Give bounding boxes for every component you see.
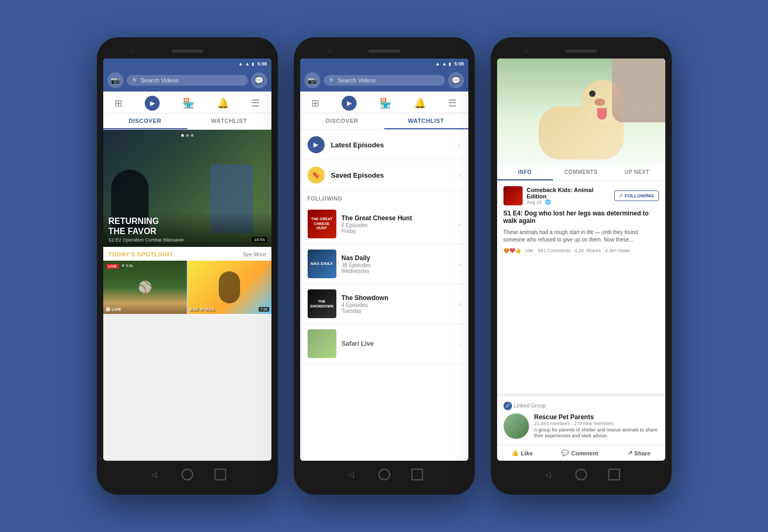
tab-bell-1[interactable]: 🔔: [217, 97, 229, 109]
camera-button-2[interactable]: 📷: [304, 72, 320, 88]
latest-icon: ▶: [308, 136, 325, 153]
tab-menu-1[interactable]: ☰: [251, 97, 260, 109]
bae-figure: [193, 266, 266, 309]
show-info-nas: Nas Daily 38 Episodes Wednesday: [342, 254, 453, 274]
see-more-btn-1[interactable]: See More: [243, 252, 266, 257]
front-camera-2: [327, 48, 332, 54]
signal-icon-2: ▲: [442, 61, 447, 66]
home-btn-1[interactable]: [181, 469, 193, 480]
time-2: 5:08: [454, 61, 464, 66]
search-bar-1[interactable]: 🔍 Search Videos: [127, 75, 248, 86]
tab-icons-1: ⊞ ▶ 🏪 🔔 ☰: [103, 92, 271, 113]
discover-tab-2[interactable]: DISCOVER: [300, 113, 384, 129]
episode-desc-3: These animals had a rough start in life …: [503, 229, 659, 244]
comment-label-3: Comment: [571, 450, 598, 456]
camera-button-1[interactable]: 📷: [108, 72, 123, 88]
show-item-showdowns[interactable]: THE SHOWDOWN The Showdown 4 Episodes Tue…: [300, 284, 468, 324]
show-episodes-showdowns: 4 Episodes: [342, 302, 453, 308]
bae-person: [219, 271, 240, 303]
wifi-icon-2: ▲: [435, 61, 440, 66]
show-name-3: Comeback Kids: Animal Edition: [527, 187, 610, 200]
store-icon-2: 🏪: [379, 97, 391, 109]
top-nav-1: 📷 🔍 Search Videos 💬: [103, 69, 271, 92]
info-tab-upnext[interactable]: UP NEXT: [609, 165, 665, 180]
tab-grid-2[interactable]: ⊞: [311, 97, 319, 109]
saved-episodes-item[interactable]: 🔖 Saved Episodes ›: [300, 160, 468, 190]
watchlist-tab-2[interactable]: WATCHLIST: [384, 113, 468, 129]
back-btn-1[interactable]: ◁: [148, 469, 160, 480]
mlb-logo: ⚾ LIVE: [105, 307, 121, 312]
share-action-btn[interactable]: ↗ Share: [627, 450, 651, 456]
live-badge-1: LIVE: [106, 264, 119, 269]
like-icon-3: 👍: [511, 450, 519, 456]
video-thumb-bae[interactable]: BAE or BAIL 7:28: [188, 261, 271, 314]
show-item-nas[interactable]: NAS DAILY Nas Daily 38 Episodes Wednesda…: [300, 244, 468, 284]
comment-count-3: 881 Comments: [538, 248, 571, 253]
views-badge-1: 👁 5.5k: [121, 264, 133, 268]
tab-store-1[interactable]: 🏪: [183, 97, 194, 109]
tab-play-2[interactable]: ▶: [342, 96, 357, 111]
show-thumb-cheese-img: THE GREAT CHEESE HUNT: [308, 210, 336, 238]
tab-play-1[interactable]: ▶: [145, 96, 160, 111]
discover-tab-1[interactable]: DISCOVER: [103, 113, 187, 129]
dog-tongue: [597, 108, 607, 120]
group-card-3: Rescue Pet Parents 21,493 members · 279 …: [503, 413, 659, 439]
sub-tabs-2: DISCOVER WATCHLIST: [300, 113, 468, 130]
watchlist-tab-1[interactable]: WATCHLIST: [187, 113, 271, 129]
action-bar-3: 👍 Like 💬 Comment ↗ Share: [497, 445, 665, 461]
messenger-button-2[interactable]: 💬: [448, 72, 464, 88]
safari-chevron: ›: [458, 339, 461, 348]
show-thumb-cheese-wrap: THE GREAT CHEESE HUNT: [308, 210, 336, 238]
screen-1: ▲ ▲ ▮ 5:08 📷 🔍 Search Videos 💬 ⊞ ▶ 🏪: [103, 59, 271, 461]
info-tab-info[interactable]: INFO: [497, 165, 553, 180]
latest-episodes-item[interactable]: ▶ Latest Episodes ›: [300, 130, 468, 160]
saved-title: Saved Episodes: [331, 171, 452, 179]
front-camera-1: [130, 48, 135, 54]
back-btn-3[interactable]: ◁: [542, 469, 554, 480]
speaker-1: [171, 49, 203, 53]
screen-3: INFO COMMENTS UP NEXT Comeback Kids: Ani…: [497, 59, 665, 461]
like-action-btn[interactable]: 👍 Like: [511, 450, 533, 456]
phone-bottom-1: ◁: [103, 461, 271, 488]
hero-video-1[interactable]: RETURNING THE FAVOR S1:E2 Operation Comb…: [103, 130, 271, 247]
info-tabs-3: INFO COMMENTS UP NEXT: [497, 165, 665, 181]
tab-grid-1[interactable]: ⊞: [114, 97, 122, 109]
grid-icon-2: ⊞: [311, 97, 319, 109]
video-thumb-baseball[interactable]: ⚾ LIVE 👁 5.5k ⚾ LIVE: [103, 261, 187, 314]
group-info-3: Rescue Pet Parents 21,493 members · 279 …: [534, 413, 659, 439]
show-title-nas: Nas Daily: [342, 254, 453, 262]
follow-btn-3[interactable]: ✓ FOLLOWING: [614, 190, 659, 201]
bae-label: BAE or BAIL: [190, 307, 216, 312]
show-avatar-3: [503, 186, 523, 205]
show-day-nas: Wednesday: [342, 268, 453, 274]
engagement-3: 😍❤️👍 23K 881 Comments 4.2K Shares 6.3M V…: [503, 248, 659, 253]
recent-btn-1[interactable]: [214, 469, 226, 480]
info-tab-comments[interactable]: COMMENTS: [553, 165, 609, 180]
comment-icon-3: 💬: [561, 450, 569, 456]
home-btn-2[interactable]: [378, 469, 390, 480]
recent-btn-3[interactable]: [608, 469, 620, 480]
tab-bell-2[interactable]: 🔔: [414, 97, 426, 109]
show-info-cheese: The Great Cheese Hunt 6 Episodes Friday: [342, 214, 453, 234]
back-btn-2[interactable]: ◁: [345, 469, 357, 480]
spotlight-title-1: TODAY'S SPOTLIGHT: [109, 251, 174, 257]
tab-store-2[interactable]: 🏪: [379, 97, 391, 109]
link-icon-3: 🔗: [503, 402, 512, 410]
comment-action-btn[interactable]: 💬 Comment: [561, 450, 598, 456]
messenger-button-1[interactable]: 💬: [251, 72, 267, 88]
latest-chevron: ›: [458, 140, 461, 149]
recent-btn-2[interactable]: [411, 469, 423, 480]
home-btn-3[interactable]: [575, 469, 587, 480]
bae-duration: 7:28: [259, 307, 269, 312]
tab-menu-2[interactable]: ☰: [448, 97, 457, 109]
group-members-3: 21,493 members · 279 new members: [534, 421, 659, 426]
play-icon-circle-1: ▶: [145, 96, 160, 111]
signal-icon-1: ▲: [245, 61, 250, 66]
phone-discover: ▲ ▲ ▮ 5:08 📷 🔍 Search Videos 💬 ⊞ ▶ 🏪: [97, 37, 278, 495]
show-item-cheese[interactable]: THE GREAT CHEESE HUNT The Great Cheese H…: [300, 204, 468, 244]
show-item-safari[interactable]: Safari Live ›: [300, 324, 468, 364]
hero-duration-1: 18:54: [252, 237, 267, 243]
show-info-safari: Safari Live: [342, 340, 453, 347]
search-bar-2[interactable]: 🔍 Search Videos: [324, 75, 445, 86]
baseball-figure: ⚾: [138, 280, 152, 294]
